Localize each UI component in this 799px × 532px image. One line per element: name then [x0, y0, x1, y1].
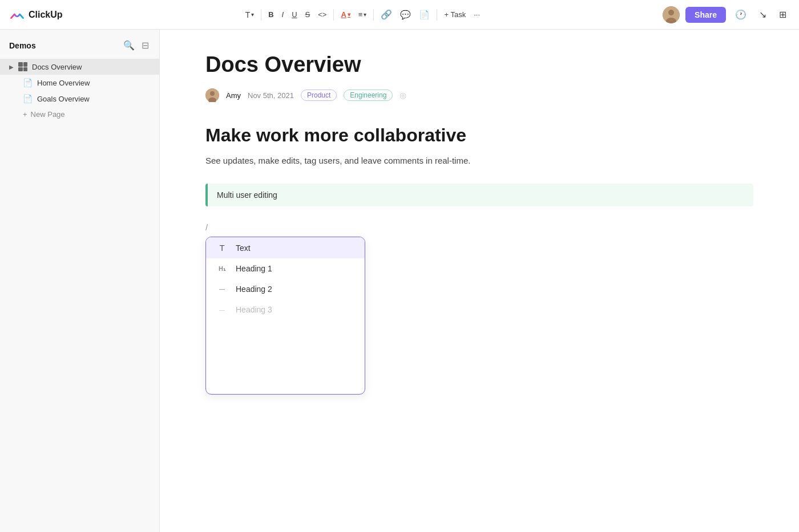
new-page-label: New Page: [31, 110, 65, 119]
main-layout: Demos 🔍 ⊟ ▶ Docs Overview 📄 Home Overvie…: [0, 30, 799, 532]
text-style-button[interactable]: T ▾: [242, 8, 258, 22]
export-button[interactable]: ↘: [756, 7, 770, 22]
sidebar-title: Demos: [9, 41, 36, 50]
author-name: Amy: [226, 91, 241, 100]
separator-4: [437, 9, 437, 21]
text-style-chevron: ▾: [251, 11, 254, 18]
sidebar-collapse-button[interactable]: ⊟: [140, 39, 150, 52]
bold-button[interactable]: B: [265, 8, 277, 21]
app-name: ClickUp: [29, 10, 63, 20]
share-button[interactable]: Share: [685, 7, 726, 23]
dropdown-label-heading2: Heading 2: [236, 285, 272, 294]
h3-icon: —: [215, 307, 229, 313]
dropdown-item-heading1[interactable]: H₁ Heading 1: [206, 258, 365, 279]
blockquote: Multi user editing: [205, 184, 753, 206]
sidebar-new-page[interactable]: + New Page: [0, 107, 159, 122]
home-overview-doc-icon: 📄: [23, 78, 33, 87]
link-button[interactable]: 🔗: [377, 7, 396, 22]
sidebar-item-home-overview[interactable]: 📄 Home Overview: [0, 75, 159, 91]
history-button[interactable]: 🕐: [732, 7, 750, 22]
h1-icon: H₁: [215, 265, 229, 273]
more-button[interactable]: ···: [470, 8, 483, 21]
sidebar-item-goals-overview[interactable]: 📄 Goals Overview: [0, 91, 159, 107]
h2-icon: —: [215, 286, 229, 293]
dropdown-label-heading1: Heading 1: [236, 264, 272, 273]
doc-meta: Amy Nov 5th, 2021 Product Engineering ◎: [205, 88, 753, 102]
doc-date: Nov 5th, 2021: [248, 91, 294, 100]
dropdown-item-heading3[interactable]: — Heading 3: [206, 299, 365, 320]
slash-indicator: /: [205, 222, 753, 232]
tag-engineering[interactable]: Engineering: [344, 90, 393, 101]
tags-settings-icon[interactable]: ◎: [400, 91, 406, 100]
dropdown-label-heading3: Heading 3: [236, 305, 272, 314]
separator-2: [333, 9, 334, 21]
toolbar-left: ClickUp: [9, 7, 63, 23]
sidebar-header-icons: 🔍 ⊟: [122, 39, 150, 52]
separator-3: [373, 9, 374, 21]
text-style-label: T: [245, 10, 251, 19]
align-button[interactable]: ≡ ▾: [355, 8, 370, 21]
blockquote-text: Multi user editing: [208, 184, 286, 206]
layout-button[interactable]: ⊞: [776, 7, 790, 22]
tag-product[interactable]: Product: [301, 90, 337, 101]
italic-button[interactable]: I: [279, 8, 288, 21]
sidebar-chevron-docs: ▶: [9, 64, 14, 70]
doc-button[interactable]: 📄: [415, 7, 433, 22]
clickup-logo[interactable]: ClickUp: [9, 7, 63, 23]
text-type-icon: T: [215, 243, 229, 253]
docs-overview-grid-icon: [18, 62, 27, 71]
separator-1: [261, 9, 261, 21]
doc-title: Docs Overview: [205, 52, 753, 77]
doc-subtitle: See updates, make edits, tag users, and …: [205, 154, 753, 168]
code-button[interactable]: <>: [314, 8, 330, 21]
underline-button[interactable]: U: [288, 8, 300, 21]
dropdown-item-text[interactable]: T Text: [206, 237, 365, 258]
toolbar-right: Share 🕐 ↘ ⊞: [663, 6, 790, 23]
block-type-dropdown: T Text H₁ Heading 1 — Heading 2 — Headin…: [205, 237, 365, 395]
toolbar: ClickUp T ▾ B I U S <> A ▾ ≡ ▾: [0, 0, 799, 30]
color-button[interactable]: A ▾: [337, 8, 353, 21]
strikethrough-button[interactable]: S: [302, 8, 314, 21]
svg-point-4: [210, 91, 215, 96]
sidebar-search-button[interactable]: 🔍: [122, 39, 136, 52]
sidebar: Demos 🔍 ⊟ ▶ Docs Overview 📄 Home Overvie…: [0, 30, 160, 532]
svg-point-1: [668, 10, 674, 15]
user-avatar[interactable]: [663, 6, 680, 23]
doc-heading: Make work more collaborative: [205, 125, 753, 146]
sidebar-label-goals-overview: Goals Overview: [37, 95, 90, 103]
toolbar-center: T ▾ B I U S <> A ▾ ≡ ▾ 🔗 💬 📄: [242, 7, 483, 22]
comment-button[interactable]: 💬: [397, 7, 414, 22]
sidebar-label-home-overview: Home Overview: [37, 79, 90, 87]
dropdown-item-heading2[interactable]: — Heading 2: [206, 279, 365, 299]
new-page-plus-icon: +: [23, 110, 27, 119]
goals-overview-doc-icon: 📄: [23, 94, 33, 103]
sidebar-header: Demos 🔍 ⊟: [0, 36, 159, 59]
dropdown-label-text: Text: [236, 243, 251, 253]
color-chevron: ▾: [348, 11, 350, 18]
add-task-button[interactable]: + Task: [441, 8, 469, 21]
author-avatar: [205, 88, 219, 102]
main-content: Docs Overview Amy Nov 5th, 2021 Product …: [160, 30, 799, 532]
sidebar-label-docs-overview: Docs Overview: [32, 63, 82, 71]
sidebar-item-docs-overview[interactable]: ▶ Docs Overview: [0, 59, 159, 75]
align-chevron: ▾: [364, 11, 366, 18]
dropdown-empty-space: [206, 320, 365, 394]
